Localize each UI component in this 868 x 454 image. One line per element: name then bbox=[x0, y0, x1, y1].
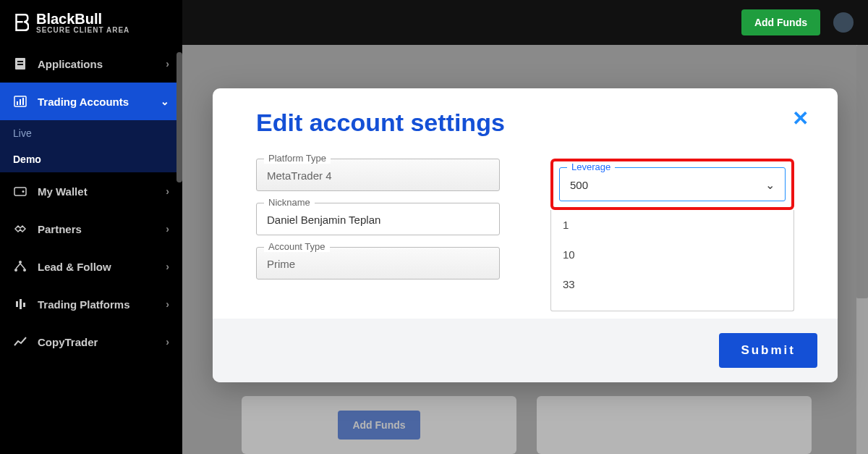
nickname-field[interactable]: Nickname Daniel Benjamin Teplan bbox=[256, 203, 500, 235]
field-value: MetaTrader 4 bbox=[267, 169, 489, 182]
svg-rect-1 bbox=[17, 61, 23, 62]
sidebar-item-label: Lead & Follow bbox=[38, 261, 111, 273]
candles-icon bbox=[13, 297, 27, 311]
svg-point-10 bbox=[14, 269, 17, 272]
field-label: Nickname bbox=[264, 197, 315, 208]
sidebar-item-trading-accounts[interactable]: Trading Accounts ⌄ bbox=[0, 83, 182, 120]
chevron-right-icon: › bbox=[166, 336, 169, 348]
chevron-down-icon: ⌄ bbox=[161, 96, 169, 107]
sidebar-item-label: Partners bbox=[38, 223, 82, 235]
sidebar-item-label: Trading Accounts bbox=[38, 96, 129, 108]
chart-icon bbox=[13, 94, 27, 109]
document-icon bbox=[13, 56, 27, 71]
submit-button[interactable]: Submit bbox=[719, 333, 817, 368]
leverage-highlight: Leverage 500 ⌄ bbox=[550, 159, 794, 210]
leverage-option[interactable]: 1 bbox=[551, 210, 793, 240]
sidebar-scrollbar[interactable] bbox=[176, 52, 182, 182]
sidebar-item-partners[interactable]: Partners › bbox=[0, 210, 182, 248]
svg-point-8 bbox=[22, 190, 25, 193]
svg-rect-14 bbox=[23, 303, 25, 307]
sidebar-sub-demo[interactable]: Demo bbox=[0, 146, 182, 172]
sidebar-sub-live[interactable]: Live bbox=[0, 120, 182, 146]
svg-rect-13 bbox=[20, 299, 22, 309]
svg-rect-2 bbox=[17, 64, 23, 65]
platform-type-field: Platform Type MetaTrader 4 bbox=[256, 159, 500, 191]
field-value: Prime bbox=[267, 258, 489, 270]
avatar[interactable] bbox=[833, 12, 854, 33]
sidebar-item-label: Trading Platforms bbox=[38, 298, 130, 311]
field-value: 500 bbox=[570, 179, 588, 191]
field-label: Leverage bbox=[567, 161, 615, 172]
topbar: BlackBull SECURE CLIENT AREA Add Funds bbox=[0, 0, 868, 45]
trend-icon bbox=[13, 335, 27, 349]
field-label: Platform Type bbox=[264, 153, 331, 164]
field-label: Account Type bbox=[264, 241, 330, 252]
svg-rect-12 bbox=[16, 301, 18, 307]
svg-rect-7 bbox=[14, 188, 26, 196]
svg-rect-6 bbox=[22, 98, 24, 105]
modal-title: Edit account settings bbox=[256, 109, 505, 137]
handshake-icon bbox=[13, 222, 27, 236]
chevron-right-icon: › bbox=[166, 261, 169, 272]
modal-footer: Submit bbox=[213, 319, 838, 382]
sidebar: Applications › Trading Accounts ⌄ Live D… bbox=[0, 45, 182, 454]
close-icon: ✕ bbox=[792, 107, 809, 130]
leverage-option[interactable]: 33 bbox=[551, 269, 793, 299]
chevron-right-icon: › bbox=[166, 185, 169, 197]
leverage-option[interactable]: 10 bbox=[551, 240, 793, 269]
sidebar-item-lead-follow[interactable]: Lead & Follow › bbox=[0, 248, 182, 285]
svg-point-11 bbox=[23, 269, 26, 272]
edit-account-modal: Edit account settings ✕ Platform Type Me… bbox=[213, 88, 838, 382]
leverage-dropdown: 1 10 33 50 bbox=[550, 210, 794, 311]
leverage-option[interactable]: 50 bbox=[551, 299, 793, 311]
svg-rect-4 bbox=[17, 101, 18, 105]
sidebar-item-applications[interactable]: Applications › bbox=[0, 45, 182, 83]
network-icon bbox=[13, 259, 27, 274]
close-button[interactable]: ✕ bbox=[792, 109, 809, 129]
brand-name: BlackBull bbox=[36, 12, 129, 26]
sidebar-item-label: Applications bbox=[38, 58, 103, 70]
modal-overlay: Edit account settings ✕ Platform Type Me… bbox=[182, 45, 868, 454]
chevron-right-icon: › bbox=[166, 298, 169, 310]
sidebar-item-trading-platforms[interactable]: Trading Platforms › bbox=[0, 285, 182, 323]
logo-icon bbox=[14, 15, 29, 30]
chevron-down-icon: ⌄ bbox=[765, 178, 775, 192]
brand-tagline: SECURE CLIENT AREA bbox=[36, 26, 129, 34]
leverage-select[interactable]: Leverage 500 ⌄ bbox=[559, 167, 786, 201]
sidebar-item-label: CopyTrader bbox=[38, 336, 98, 348]
field-value: Daniel Benjamin Teplan bbox=[267, 214, 489, 226]
account-type-field: Account Type Prime bbox=[256, 247, 500, 279]
chevron-right-icon: › bbox=[166, 223, 169, 235]
sidebar-item-label: My Wallet bbox=[38, 185, 88, 198]
svg-rect-5 bbox=[20, 99, 21, 105]
add-funds-button-top[interactable]: Add Funds bbox=[741, 9, 820, 35]
sidebar-item-copytrader[interactable]: CopyTrader › bbox=[0, 323, 182, 361]
chevron-right-icon: › bbox=[166, 58, 169, 70]
wallet-icon bbox=[13, 184, 27, 198]
logo[interactable]: BlackBull SECURE CLIENT AREA bbox=[0, 0, 182, 45]
svg-point-9 bbox=[19, 261, 22, 264]
sidebar-item-my-wallet[interactable]: My Wallet › bbox=[0, 172, 182, 210]
